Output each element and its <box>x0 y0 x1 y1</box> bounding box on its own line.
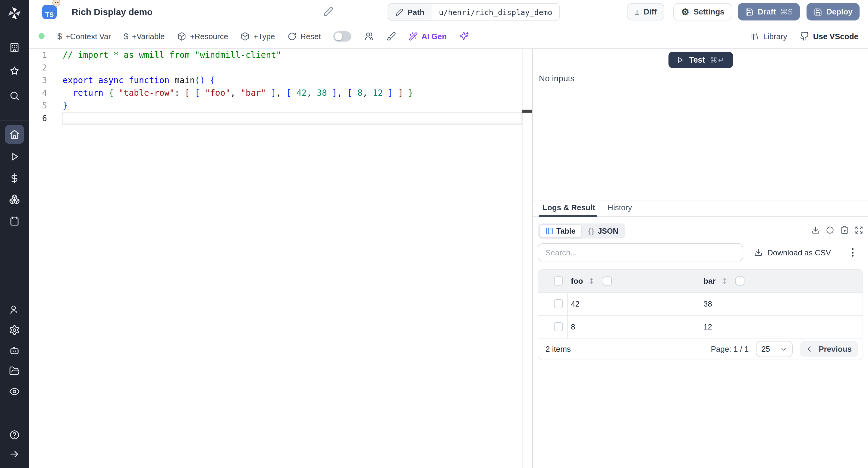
reset-button[interactable]: Reset <box>287 32 321 41</box>
use-vscode-button[interactable]: Use VScode <box>800 31 858 41</box>
table-cell: 12 <box>704 315 712 338</box>
more-options-kebab[interactable] <box>850 247 855 258</box>
windmill-logo[interactable] <box>7 6 22 21</box>
view-json-button[interactable]: {} JSON <box>583 225 624 237</box>
edit-summary-pencil-icon[interactable] <box>323 7 333 17</box>
help-icon[interactable] <box>9 430 20 440</box>
table-icon <box>546 227 553 235</box>
result-actions <box>811 226 863 234</box>
no-inputs-text: No inputs <box>539 73 575 83</box>
view-table-button[interactable]: Table <box>539 224 581 238</box>
robot-icon[interactable] <box>9 345 20 356</box>
download-csv-button[interactable]: Download as CSV <box>754 243 831 261</box>
code-line[interactable]: } <box>63 99 523 112</box>
star-icon[interactable] <box>9 66 20 76</box>
select-all-checkbox[interactable] <box>554 276 563 286</box>
row-checkbox[interactable] <box>554 322 563 331</box>
code-line[interactable]: export async function main() { <box>63 74 523 87</box>
row-checkbox[interactable] <box>554 299 563 308</box>
building-icon[interactable] <box>9 42 20 53</box>
add-resource-label: +Resource <box>190 32 228 41</box>
tab-logs-result[interactable]: Logs & Result <box>542 201 595 216</box>
path-label: Path <box>407 7 424 16</box>
clipboard-copy-icon[interactable] <box>840 226 849 234</box>
gear-icon: ⚙ <box>681 7 689 16</box>
play-icon <box>676 56 684 64</box>
sidebar-item-home[interactable] <box>5 125 24 144</box>
github-icon <box>800 31 809 41</box>
add-context-var-button[interactable]: $ +Context Var <box>57 32 111 41</box>
add-type-button[interactable]: +Type <box>241 32 275 41</box>
header: TS Rich Display demo Path u/henri/rich_d… <box>29 0 868 25</box>
page-title: Rich Display demo <box>72 0 153 24</box>
path-edit-button[interactable]: Path <box>388 4 432 21</box>
line-number: 2 <box>29 61 63 74</box>
json-braces-icon: {} <box>588 227 595 235</box>
tab-history[interactable]: History <box>608 201 632 216</box>
table-row: 812 <box>538 315 863 338</box>
search-input[interactable] <box>538 243 743 261</box>
dollar-icon: $ <box>124 32 128 40</box>
draft-shortcut: ⌘S <box>780 7 793 16</box>
expand-icon[interactable] <box>855 226 863 234</box>
result-view-toggle: Table {} JSON <box>538 224 625 238</box>
info-icon[interactable] <box>826 226 834 234</box>
table-row: 4238 <box>538 292 863 315</box>
ai-gen-button[interactable]: AI Gen <box>409 32 447 41</box>
line-number: 3 <box>29 74 63 87</box>
draft-label: Draft <box>758 7 776 16</box>
editor-code[interactable]: // import * as wmill from "windmill-clie… <box>63 49 523 125</box>
library-icon <box>750 32 760 41</box>
save-icon <box>814 7 822 16</box>
download-icon[interactable] <box>811 226 820 234</box>
sort-icon[interactable] <box>720 277 728 285</box>
column-checkbox[interactable] <box>603 276 612 286</box>
typescript-badge: TS <box>42 5 57 19</box>
previous-label: Previous <box>818 344 852 354</box>
arrow-right-icon[interactable] <box>9 449 20 460</box>
code-line[interactable]: // import * as wmill from "windmill-clie… <box>63 49 523 61</box>
add-variable-button[interactable]: $ +Variable <box>124 32 164 41</box>
code-line[interactable] <box>63 112 523 125</box>
add-variable-label: +Variable <box>132 32 165 41</box>
test-button[interactable]: Test ⌘↵ <box>669 52 733 68</box>
users-icon[interactable] <box>364 31 374 41</box>
code-editor[interactable]: 123456 // import * as wmill from "windmi… <box>29 49 532 468</box>
home-icon <box>9 129 20 140</box>
sparkles-icon[interactable] <box>459 31 469 41</box>
editor-gutter[interactable]: 123456 <box>29 49 63 125</box>
table-header: foo bar <box>538 270 863 292</box>
schedules-calendar-icon[interactable] <box>9 215 20 227</box>
add-context-var-label: +Context Var <box>66 32 111 41</box>
library-button[interactable]: Library <box>750 32 787 41</box>
eye-icon[interactable] <box>9 386 20 397</box>
diff-mode-toggle[interactable] <box>333 31 351 41</box>
deploy-button[interactable]: Deploy <box>807 3 860 21</box>
resources-boxes-icon[interactable] <box>9 194 20 205</box>
column-header-bar[interactable]: bar <box>704 270 715 292</box>
user-icon[interactable] <box>9 304 20 315</box>
diff-button[interactable]: ± Diff <box>627 3 664 21</box>
previous-page-button[interactable]: Previous <box>800 341 858 357</box>
gear-icon[interactable] <box>9 325 20 335</box>
runs-play-icon[interactable] <box>9 151 20 162</box>
draft-button[interactable]: Draft ⌘S <box>738 3 800 21</box>
code-line[interactable] <box>63 61 523 74</box>
page-indicator: Page: 1 / 1 <box>711 344 749 354</box>
sort-icon[interactable] <box>588 277 595 285</box>
search-icon[interactable] <box>9 90 20 101</box>
column-header-foo[interactable]: foo <box>571 270 583 292</box>
variables-dollar-icon[interactable] <box>9 173 20 184</box>
add-resource-button[interactable]: +Resource <box>177 32 228 41</box>
editor-toolbar: $ +Context Var $ +Variable +Resource +Ty… <box>29 24 868 49</box>
line-number: 1 <box>29 49 63 61</box>
page-size-select[interactable]: 25 <box>756 341 793 357</box>
path-control[interactable]: Path u/henri/rich_display_demo <box>388 3 560 21</box>
line-number: 5 <box>29 99 63 112</box>
test-label: Test <box>689 56 705 64</box>
code-line[interactable]: return { "table-row": [ [ "foo", "bar" ]… <box>63 87 523 99</box>
settings-button[interactable]: ⚙ Settings <box>673 3 733 21</box>
brush-icon[interactable] <box>386 31 396 41</box>
folder-open-icon[interactable] <box>9 366 20 376</box>
column-checkbox[interactable] <box>735 276 744 286</box>
